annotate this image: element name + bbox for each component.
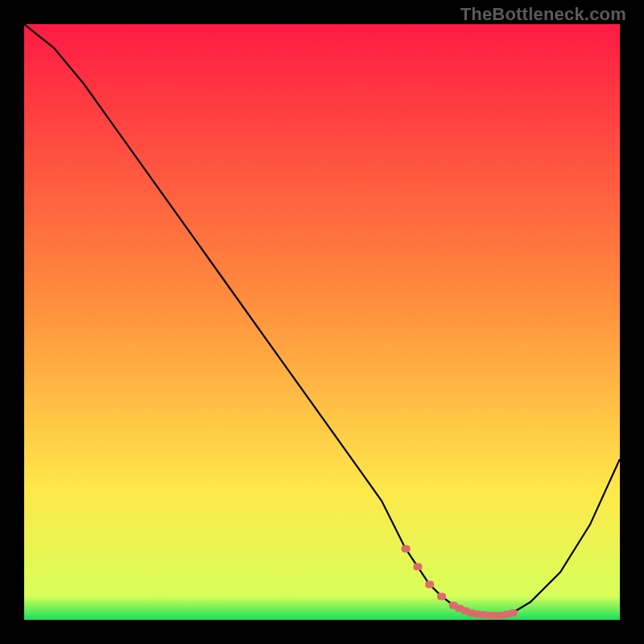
chart-frame: TheBottleneck.com	[0, 0, 644, 644]
gradient-background	[24, 24, 620, 620]
chart-svg	[24, 24, 620, 620]
bottom-marker	[413, 563, 422, 570]
bottom-marker	[425, 581, 434, 588]
bottom-marker	[437, 592, 446, 600]
watermark-text: TheBottleneck.com	[460, 4, 626, 25]
bottom-marker	[509, 609, 518, 617]
plot-area	[24, 24, 620, 620]
bottom-marker	[402, 545, 411, 552]
